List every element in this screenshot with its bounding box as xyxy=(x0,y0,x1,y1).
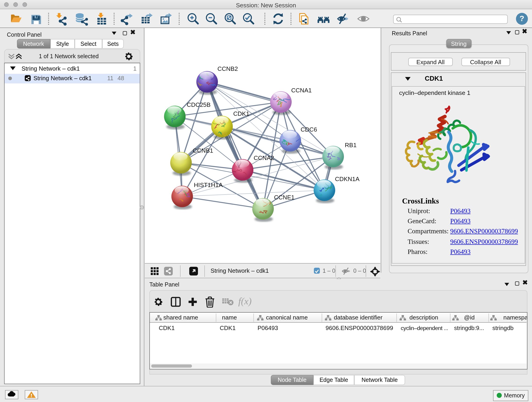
svg-text:CDC6: CDC6 xyxy=(301,126,317,133)
svg-text:CCNA2: CCNA2 xyxy=(254,154,274,161)
svg-text:CCNB2: CCNB2 xyxy=(217,65,238,72)
svg-text:CDC25B: CDC25B xyxy=(187,101,210,108)
svg-text:CCNE1: CCNE1 xyxy=(274,194,294,201)
svg-text:HIST1H1A: HIST1H1A xyxy=(194,182,223,188)
svg-text:CCNA1: CCNA1 xyxy=(291,87,312,94)
svg-text:CDK1: CDK1 xyxy=(233,110,249,117)
svg-text:CCNB1: CCNB1 xyxy=(193,147,213,154)
svg-text:RB1: RB1 xyxy=(345,142,356,148)
svg-text:CDKN1A: CDKN1A xyxy=(335,176,360,182)
